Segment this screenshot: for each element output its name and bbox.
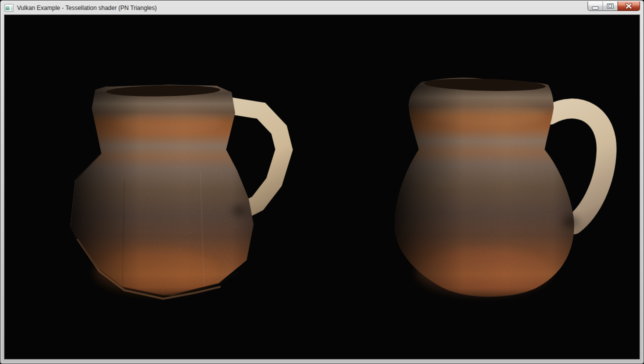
app-icon: [4, 4, 14, 12]
minimize-icon: [592, 6, 598, 10]
jug-low-poly: [70, 84, 284, 299]
minimize-button[interactable]: [588, 2, 602, 11]
3d-scene: [4, 15, 640, 359]
title-bar[interactable]: Vulkan Example - Tessellation shader (PN…: [1, 1, 643, 14]
app-window: Vulkan Example - Tessellation shader (PN…: [0, 0, 644, 364]
render-viewport[interactable]: [4, 14, 640, 360]
jug-tessellated: [395, 77, 606, 296]
maximize-button[interactable]: [602, 2, 618, 11]
close-x-icon: [625, 3, 632, 9]
window-title: Vulkan Example - Tessellation shader (PN…: [17, 4, 156, 12]
close-button[interactable]: [618, 2, 640, 11]
restore-icon: [607, 4, 614, 8]
window-controls: [588, 2, 640, 11]
